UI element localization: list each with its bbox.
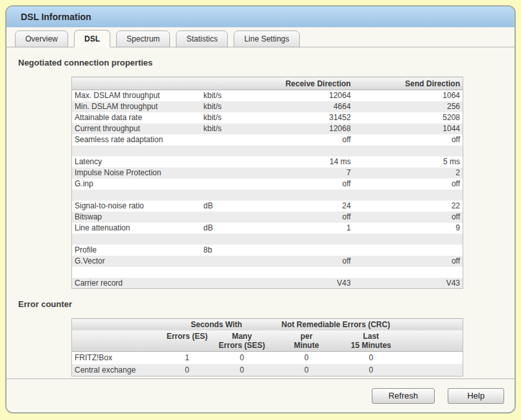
receive-value: 7 — [256, 167, 354, 179]
tab-spectrum[interactable]: Spectrum — [116, 31, 170, 47]
error-count-value: 0 — [162, 364, 212, 377]
table-header-row: Receive Direction Send Direction — [72, 77, 463, 90]
property-label: Carrier record — [72, 278, 201, 289]
send-value: off — [354, 134, 463, 145]
error-label-column-header — [72, 319, 162, 331]
send-value: V43 — [354, 278, 463, 289]
table-row: Latency14 ms5 ms — [72, 156, 463, 167]
spacer-cell — [354, 145, 463, 156]
property-label: Impulse Noise Protection — [72, 167, 201, 179]
spacer-cell — [200, 190, 255, 201]
unit-cell: kbit/s — [200, 123, 255, 134]
receive-value: 4664 — [256, 101, 354, 112]
receive-value: V43 — [256, 278, 354, 289]
unit-cell: dB — [200, 223, 255, 234]
receive-value: off — [256, 179, 354, 190]
connection-properties-table: Receive Direction Send Direction Max. DS… — [71, 77, 463, 289]
unit-cell — [200, 156, 255, 167]
spacer-cell — [200, 145, 255, 156]
error-row-label: FRITZ!Box — [72, 352, 162, 364]
send-value: off — [354, 179, 463, 190]
send-value: 22 — [354, 201, 463, 212]
tab-overview[interactable]: Overview — [15, 31, 68, 47]
property-label: Profile — [72, 245, 201, 256]
table-row: Impulse Noise Protection72 — [72, 167, 463, 179]
unit-cell: kbit/s — [200, 112, 255, 123]
spacer-cell — [72, 190, 201, 201]
crc-errors-group-header: Not Remediable Errors (CRC) — [271, 319, 400, 331]
table-row: G.Vectoroffoff — [72, 256, 463, 267]
button-bar: Refresh Help — [6, 378, 515, 412]
spacer-row — [72, 190, 463, 201]
table-row: Signal-to-noise ratiodB2422 — [72, 201, 463, 212]
unit-cell: kbit/s — [200, 90, 255, 101]
property-label: Attainable data rate — [72, 112, 201, 123]
error-counter-table: Seconds With Not Remediable Errors (CRC)… — [71, 318, 463, 377]
send-value: 9 — [354, 223, 463, 234]
unit-cell — [200, 167, 255, 179]
spacer-column-header — [400, 319, 463, 331]
tab-line-settings[interactable]: Line Settings — [234, 31, 299, 47]
error-row-label: Central exchange — [72, 364, 162, 377]
send-value: off — [354, 256, 463, 267]
receive-direction-column-header: Receive Direction — [256, 77, 354, 90]
unit-cell: 8b — [200, 245, 255, 256]
property-label: Signal-to-noise ratio — [72, 201, 201, 212]
property-label: Bitswap — [72, 212, 201, 223]
table-row: G.inpoffoff — [72, 179, 463, 190]
property-label: G.inp — [72, 179, 201, 190]
error-table-subheader-row: Errors (ES) Many Errors (SES) per Minute… — [72, 330, 463, 352]
refresh-button[interactable]: Refresh — [372, 388, 435, 404]
property-label: G.Vector — [72, 256, 201, 267]
per-minute-column-header: per Minute — [271, 330, 342, 352]
tab-statistics[interactable]: Statistics — [176, 31, 228, 47]
table-row: FRITZ!Box1000 — [72, 352, 463, 364]
send-direction-column-header: Send Direction — [354, 77, 463, 90]
receive-value: 24 — [256, 201, 354, 212]
spacer-row — [72, 234, 463, 245]
tab-dsl[interactable]: DSL — [74, 30, 110, 47]
send-value: 2 — [354, 167, 463, 179]
spacer-row — [72, 267, 463, 278]
unit-column-header — [200, 77, 255, 90]
error-count-value: 1 — [162, 352, 212, 364]
dsl-information-window: DSL Information OverviewDSLSpectrumStati… — [5, 5, 516, 414]
receive-value: 12064 — [256, 90, 354, 101]
property-label: Min. DSLAM throughput — [72, 101, 201, 112]
spacer-cell — [256, 234, 354, 245]
property-label: Line attenuation — [72, 223, 201, 234]
many-errors-ses-column-header: Many Errors (SES) — [213, 330, 271, 352]
spacer-cell — [400, 364, 463, 377]
spacer-row — [72, 145, 463, 156]
spacer-cell — [354, 267, 463, 278]
errors-es-column-header: Errors (ES) — [162, 330, 212, 352]
unit-cell — [200, 256, 255, 267]
receive-value: 14 ms — [256, 156, 354, 167]
error-count-value: 0 — [342, 352, 400, 364]
spacer-cell — [72, 234, 201, 245]
unit-cell: dB — [200, 201, 255, 212]
window-title-bar: DSL Information — [6, 6, 515, 27]
table-row: Bitswapoffoff — [72, 212, 463, 223]
unit-cell — [200, 212, 255, 223]
content-area: Negotiated connection properties Receive… — [6, 58, 515, 377]
spacer-cell — [354, 234, 463, 245]
error-count-value: 0 — [213, 364, 271, 377]
table-row: Carrier recordV43V43 — [72, 278, 463, 289]
help-button[interactable]: Help — [448, 388, 504, 404]
send-value: 256 — [354, 101, 463, 112]
table-row: Min. DSLAM throughputkbit/s4664256 — [72, 101, 463, 112]
table-row: Max. DSLAM throughputkbit/s120641064 — [72, 90, 463, 101]
send-value: 1044 — [354, 123, 463, 134]
table-row: Line attenuationdB19 — [72, 223, 463, 234]
unit-cell — [200, 134, 255, 145]
error-count-value: 0 — [271, 352, 342, 364]
unit-cell: kbit/s — [200, 101, 255, 112]
spacer-cell — [256, 190, 354, 201]
property-label: Max. DSLAM throughput — [72, 90, 201, 101]
spacer-cell — [256, 267, 354, 278]
receive-value — [256, 245, 354, 256]
receive-value: off — [256, 134, 354, 145]
table-row: Central exchange0000 — [72, 364, 463, 377]
last-15-minutes-column-header: Last 15 Minutes — [342, 330, 400, 352]
